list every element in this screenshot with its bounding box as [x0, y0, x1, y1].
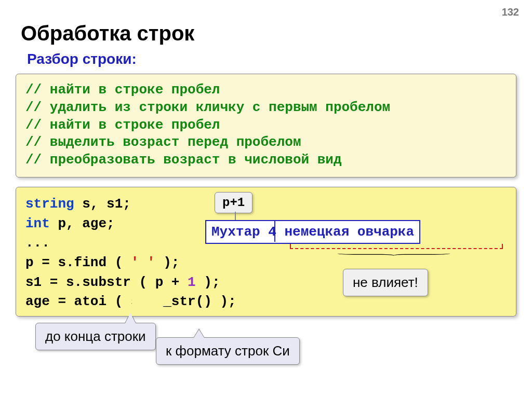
code-text: );: [196, 275, 220, 290]
sample-string-box: Мухтар 4 немецкая овчарка: [205, 220, 420, 244]
string-literal: ' ': [131, 255, 155, 270]
callout-to-end: до конца строки: [35, 323, 156, 350]
connector-line: [235, 212, 236, 220]
tag-p-plus-1: p+1: [215, 192, 252, 213]
code-text: p, age;: [50, 216, 115, 231]
note-no-effect: не влияет!: [343, 269, 428, 296]
code-line: s1 = s.substr ( p + 1 );: [25, 273, 507, 293]
occlusion-mask: [132, 294, 163, 309]
sample-part2: 4 немецкая овчарка: [268, 224, 414, 240]
code-line: string s, s1;: [25, 195, 507, 214]
code-text: );: [155, 255, 180, 270]
sample-part1: Мухтар: [211, 224, 268, 240]
kw-string: string: [25, 196, 74, 212]
brace-icon: ︸: [334, 249, 464, 262]
page-title: Обработка строк: [21, 22, 194, 45]
callout-text: к формату строк Си: [166, 343, 290, 359]
comment-line: // найти в строке пробел: [25, 117, 507, 134]
comment-line: // выделить возраст перед пробелом: [25, 134, 507, 152]
sample-divider: [274, 221, 275, 242]
comment-line: // найти в строке пробел: [25, 81, 507, 99]
comments-block: // найти в строке пробел // удалить из с…: [16, 74, 516, 177]
page-number: 132: [502, 6, 519, 18]
code-text: p = s.find (: [25, 255, 131, 270]
dashed-tick: [502, 244, 503, 248]
kw-int: int: [25, 216, 50, 231]
code-text: s, s1;: [74, 196, 131, 212]
code-text: s1 = s.substr ( p +: [25, 275, 188, 290]
callout-c-format: к формату строк Си: [156, 337, 300, 365]
code-line: age = atoi ( s1.c_str() );: [25, 292, 507, 312]
comment-line: // удалить из строки кличку с первым про…: [25, 99, 507, 117]
comment-line: // преобразовать возраст в числовой вид: [25, 152, 507, 169]
callout-text: до конца строки: [45, 328, 146, 344]
dashed-tick: [290, 244, 291, 248]
subtitle: Разбор строки:: [27, 51, 137, 67]
number-literal: 1: [188, 275, 196, 290]
